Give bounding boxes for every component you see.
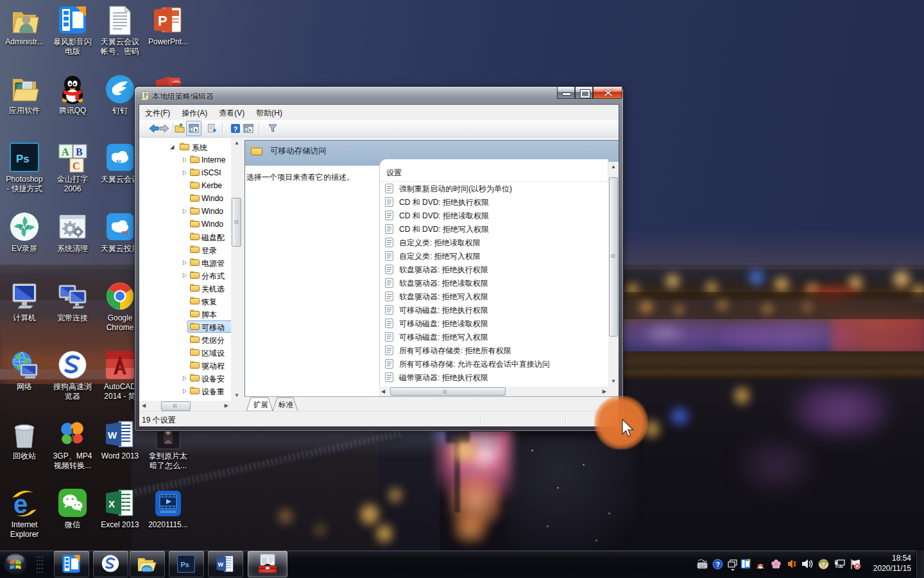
svg-text:C: C [73,161,80,171]
svg-text:Ps: Ps [16,153,30,165]
svg-text:A: A [62,146,69,157]
svg-text:5G: 5G [122,230,129,236]
svg-text:B: B [76,146,83,157]
svg-text:M: M [116,159,121,165]
svg-text:?: ? [234,125,238,133]
svg-text:e: e [13,490,28,518]
svg-text:?: ? [715,561,720,568]
svg-text:P: P [158,13,167,29]
svg-text:标准: 标准 [278,401,294,408]
svg-text:W: W [108,430,117,441]
svg-text:X: X [108,498,115,509]
svg-text:EV: EV [19,223,29,231]
svg-text:扩展: 扩展 [253,401,268,408]
